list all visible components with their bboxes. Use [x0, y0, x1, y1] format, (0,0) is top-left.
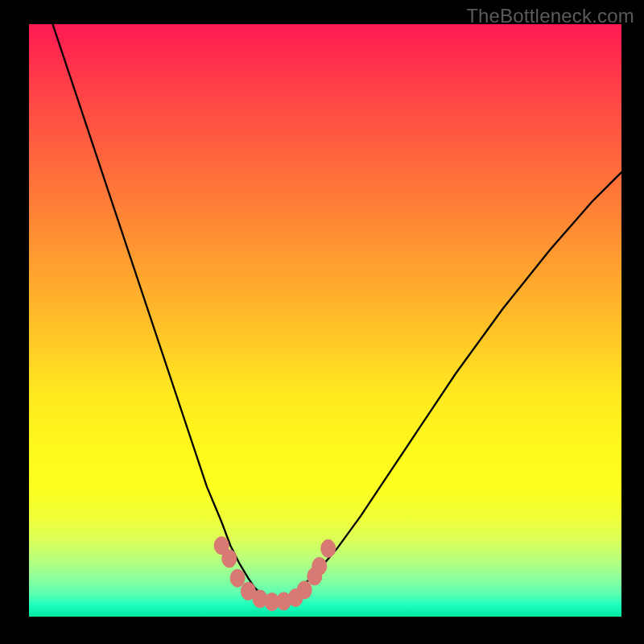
curve-layer [29, 24, 621, 617]
chart-frame: TheBottleneck.com [0, 0, 644, 644]
marker-point [321, 539, 336, 557]
curve-left [52, 24, 275, 602]
plot-area [29, 24, 621, 617]
marker-point [230, 569, 245, 587]
curve-right [276, 172, 621, 602]
watermark-text: TheBottleneck.com [466, 5, 634, 27]
marker-point [312, 557, 327, 575]
marker-point [297, 581, 312, 599]
marker-point [222, 550, 237, 568]
